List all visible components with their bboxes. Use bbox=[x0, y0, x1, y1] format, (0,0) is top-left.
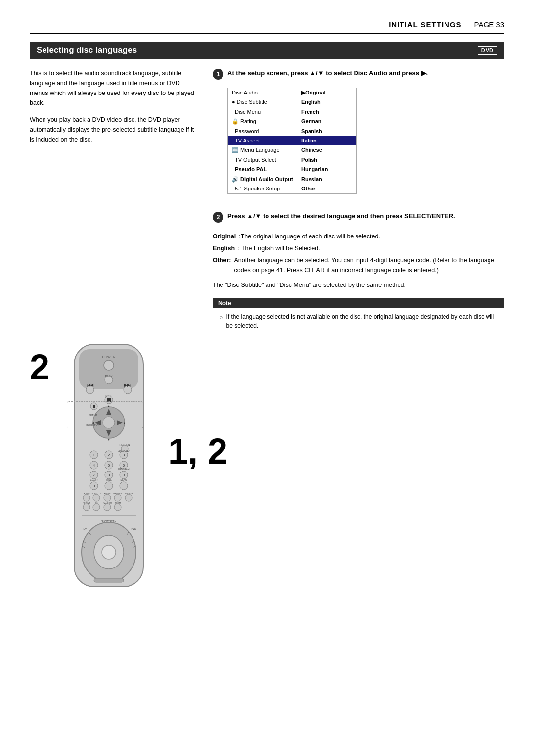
svg-text:POWER: POWER bbox=[102, 355, 115, 359]
menu-item-disc-subtitle: ● Disc Subtitle bbox=[228, 97, 297, 107]
svg-text:REV: REV bbox=[82, 527, 87, 530]
svg-point-5 bbox=[105, 376, 113, 384]
svg-point-63 bbox=[83, 494, 90, 501]
svg-point-64 bbox=[93, 494, 100, 501]
english-text: : The English will be Selected. bbox=[238, 243, 504, 253]
svg-text:2: 2 bbox=[108, 453, 110, 457]
menu-row-pseudo-pal: Pseudo PAL Hungarian bbox=[228, 165, 356, 174]
header-divider bbox=[466, 20, 466, 29]
section-title: Selecting disc languages bbox=[37, 46, 137, 55]
page-header: INITIAL SETTINGS PAGE 33 bbox=[30, 20, 504, 34]
menu-item-51-speaker: 5.1 Speaker Setup bbox=[228, 184, 297, 193]
svg-text:▶▶|: ▶▶| bbox=[124, 383, 131, 387]
menu-item-disc-audio: Disc Audio bbox=[228, 88, 297, 97]
left-column: This is to select the audio soundtrack l… bbox=[30, 68, 198, 334]
svg-text:9: 9 bbox=[123, 473, 125, 477]
menu-value-english: English bbox=[297, 97, 356, 107]
menu-row-tv-output: TV Output Select Polish bbox=[228, 155, 356, 165]
bottom-area: 2 POWER PLAY SKIP SKIP bbox=[30, 344, 504, 598]
intro-para2: When you play back a DVD video disc, the… bbox=[30, 115, 198, 144]
menu-item-tv-aspect: TV Aspect bbox=[228, 136, 297, 145]
svg-text:▼: ▼ bbox=[108, 438, 110, 441]
header-page: PAGE 33 bbox=[474, 20, 504, 29]
english-label: English bbox=[213, 243, 235, 253]
other-label: Other: bbox=[213, 255, 231, 275]
menu-item-pseudo-pal: Pseudo PAL bbox=[228, 165, 297, 174]
desc-english: English : The English will be Selected. bbox=[213, 243, 504, 253]
menu-item-disc-menu: Disc Menu bbox=[228, 107, 297, 117]
menu-item-menu-language: 🔤 Menu Language bbox=[228, 145, 297, 155]
svg-text:FWD: FWD bbox=[131, 527, 136, 530]
svg-text:1: 1 bbox=[93, 453, 95, 457]
corner-mark-bl bbox=[10, 736, 20, 746]
desc-block: Original :The original language of each … bbox=[213, 232, 504, 275]
menu-row-disc-audio: Disc Audio ▶Original bbox=[228, 88, 356, 97]
step1-header: 1 At the setup screen, press ▲/▼ to sele… bbox=[213, 68, 504, 80]
big-step-2: 2 bbox=[30, 349, 49, 385]
svg-text:5: 5 bbox=[108, 463, 110, 468]
menu-row-tv-aspect: TV Aspect Italian bbox=[228, 136, 356, 145]
other-text: Another language can be selected. You ca… bbox=[234, 255, 504, 275]
note-header: Note bbox=[213, 298, 504, 308]
menu-row-disc-subtitle: ● Disc Subtitle English bbox=[228, 97, 356, 107]
same-method-text: The "Disc Subtitle" and "Disc Menu" are … bbox=[213, 280, 504, 290]
step2-block: 2 Press ▲/▼ to select the desired langua… bbox=[213, 211, 504, 223]
step2-text: Press ▲/▼ to select the desired language… bbox=[227, 211, 455, 221]
menu-row-menu-language: 🔤 Menu Language Chinese bbox=[228, 145, 356, 155]
svg-point-82 bbox=[102, 545, 116, 559]
svg-text:TITLE: TITLE bbox=[106, 479, 112, 481]
menu-value-chinese: Chinese bbox=[297, 145, 356, 155]
note-text: If the language selected is not availabl… bbox=[226, 312, 498, 330]
section-title-bar: Selecting disc languages DVD bbox=[30, 42, 504, 59]
svg-rect-91 bbox=[94, 578, 124, 582]
svg-text:8: 8 bbox=[108, 473, 110, 477]
note-bullet-icon: ○ bbox=[219, 312, 223, 330]
svg-text:3: 3 bbox=[123, 453, 125, 457]
note-body: ○ If the language selected is not availa… bbox=[213, 308, 504, 334]
menu-item-rating: 🔒 Rating bbox=[228, 117, 297, 126]
remote-svg: POWER PLAY SKIP SKIP |◀◀ ▶▶| STOP bbox=[54, 339, 163, 597]
note-box: Note ○ If the language selected is not a… bbox=[213, 298, 504, 334]
svg-text:6: 6 bbox=[123, 463, 125, 468]
step2-header: 2 Press ▲/▼ to select the desired langua… bbox=[213, 211, 504, 223]
svg-point-72 bbox=[83, 504, 90, 511]
menu-value-hungarian: Hungarian bbox=[297, 165, 356, 174]
menu-value-german: German bbox=[297, 117, 356, 126]
right-column: 1 At the setup screen, press ▲/▼ to sele… bbox=[213, 68, 504, 334]
svg-point-65 bbox=[104, 494, 111, 501]
svg-point-57 bbox=[120, 482, 128, 490]
menu-value-polish: Polish bbox=[297, 155, 356, 165]
svg-text:3D SOUND: 3D SOUND bbox=[118, 450, 130, 452]
svg-text:7: 7 bbox=[93, 473, 95, 477]
menu-value-original: ▶Original bbox=[297, 88, 356, 97]
menu-row-rating: 🔒 Rating German bbox=[228, 117, 356, 126]
corner-mark-tl bbox=[10, 10, 20, 20]
svg-text:MENU: MENU bbox=[120, 479, 127, 481]
svg-text:4: 4 bbox=[93, 463, 95, 468]
menu-row-digital-audio: 🔊 Digital Audio Output Russian bbox=[228, 175, 356, 184]
menu-value-russian: Russian bbox=[297, 175, 356, 184]
main-content: This is to select the audio soundtrack l… bbox=[30, 68, 504, 334]
svg-text:0: 0 bbox=[93, 484, 95, 488]
svg-text:|◀◀: |◀◀ bbox=[87, 383, 94, 387]
dashed-overlay-step2 bbox=[67, 401, 143, 428]
menu-table: Disc Audio ▶Original ● Disc Subtitle Eng… bbox=[228, 88, 356, 193]
svg-point-73 bbox=[93, 504, 100, 511]
svg-point-3 bbox=[104, 360, 114, 370]
menu-value-french: French bbox=[297, 107, 356, 117]
corner-mark-br bbox=[514, 736, 524, 746]
big-step-12: 1, 2 bbox=[168, 433, 227, 469]
step1-block: 1 At the setup screen, press ▲/▼ to sele… bbox=[213, 68, 504, 202]
menu-item-digital-audio: 🔊 Digital Audio Output bbox=[228, 175, 297, 184]
svg-text:PROGRAM: PROGRAM bbox=[118, 468, 130, 471]
step1-text: At the setup screen, press ▲/▼ to select… bbox=[227, 68, 428, 78]
menu-row-password: Password Spanish bbox=[228, 127, 356, 136]
svg-point-66 bbox=[114, 494, 121, 501]
step2-number: 2 bbox=[213, 212, 223, 223]
svg-point-75 bbox=[114, 504, 121, 511]
menu-row-51-speaker: 5.1 Speaker Setup Other bbox=[228, 184, 356, 193]
corner-mark-tr bbox=[514, 10, 524, 20]
remote-container: POWER PLAY SKIP SKIP |◀◀ ▶▶| STOP bbox=[54, 339, 163, 598]
menu-value-spanish: Spanish bbox=[297, 127, 356, 136]
original-text: :The original language of each disc will… bbox=[239, 232, 504, 241]
